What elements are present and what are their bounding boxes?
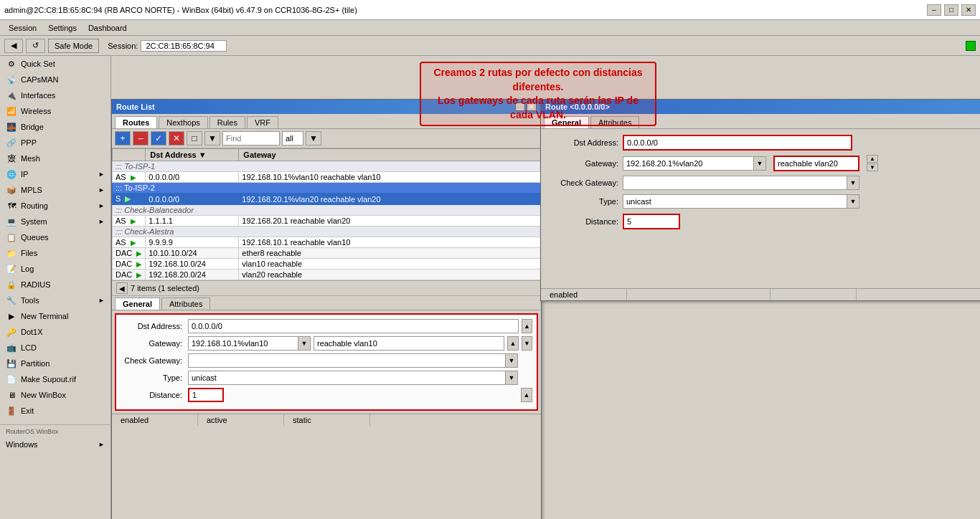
detail-chkgw-dropdown[interactable]: ▼: [623, 176, 859, 190]
filter-button[interactable]: ▼: [204, 131, 220, 146]
type-dropdown[interactable]: unicast ▼: [188, 371, 518, 385]
safe-mode-button[interactable]: Safe Mode: [48, 39, 99, 53]
windows-arrow: ►: [98, 441, 105, 448]
system-icon: 💻: [6, 216, 17, 227]
route-flag: AS ▶: [113, 216, 146, 227]
gw-detail-down-btn[interactable]: ▼: [867, 163, 878, 171]
check-gateway-btn[interactable]: ▼: [505, 353, 518, 368]
find-all-input[interactable]: [282, 131, 303, 146]
copy-route-button[interactable]: □: [187, 131, 202, 146]
nav-left-btn[interactable]: ◀: [116, 282, 128, 294]
type-dropdown-btn[interactable]: ▼: [505, 371, 518, 385]
detail-dst-input[interactable]: [623, 135, 852, 151]
sidebar-item-lcd[interactable]: 📺 LCD: [0, 340, 110, 356]
window-controls[interactable]: – □ ✕: [927, 4, 976, 16]
gateway-status-input[interactable]: [314, 336, 504, 351]
detail-type-btn[interactable]: ▼: [847, 194, 859, 209]
sidebar-item-windows[interactable]: Windows ►: [0, 438, 110, 451]
sidebar-item-ip[interactable]: 🌐 IP ►: [0, 166, 110, 182]
table-row[interactable]: DAC ▶ 192.168.20.0/24 vlan20 reachable: [113, 270, 541, 280]
enable-route-button[interactable]: ✓: [151, 131, 166, 146]
check-gateway-dropdown[interactable]: ▼: [188, 353, 518, 368]
tab-general-bottom[interactable]: General: [115, 297, 160, 310]
files-icon: 📁: [6, 247, 17, 259]
detail-dist-input[interactable]: [623, 214, 680, 229]
gateway-dropdown[interactable]: 192.168.10.1%vlan10 ▼: [188, 336, 311, 351]
minimize-button[interactable]: –: [927, 4, 941, 16]
tab-nexthops[interactable]: Nexthops: [159, 116, 207, 128]
route-dst: 1.1.1.1: [146, 216, 239, 227]
remove-route-button[interactable]: –: [133, 131, 149, 146]
sidebar-item-new-terminal[interactable]: ▶ New Terminal: [0, 308, 110, 324]
gw-detail-up-btn[interactable]: ▲: [867, 155, 878, 163]
table-row[interactable]: DAC ▶ 10.10.10.0/24 ether8 reachable: [113, 248, 541, 259]
windows-label: Windows: [6, 440, 38, 449]
menu-session[interactable]: Session: [3, 22, 42, 34]
detail-gw-btn[interactable]: ▼: [753, 156, 766, 171]
gw-scroll-up[interactable]: ▲: [507, 336, 518, 351]
col-gateway[interactable]: Gateway: [239, 149, 541, 161]
route-count: 7 items (1 selected): [131, 284, 199, 292]
menu-dashboard[interactable]: Dashboard: [83, 22, 133, 34]
maximize-button[interactable]: □: [944, 4, 958, 16]
sidebar-item-queues[interactable]: 📋 Queues: [0, 229, 110, 245]
tab-routes[interactable]: Routes: [115, 116, 157, 128]
check-gateway-row: Check Gateway: ▼: [121, 353, 532, 368]
add-route-button[interactable]: +: [115, 131, 131, 146]
detail-gw-dropdown[interactable]: 192.168.20.1%vlan20 ▼: [623, 156, 766, 171]
back-button[interactable]: ◀: [4, 39, 23, 53]
sidebar-item-capsman[interactable]: 📡 CAPsMAN: [0, 72, 110, 87]
refresh-button[interactable]: ↺: [26, 39, 45, 53]
sidebar-item-partition[interactable]: 💾 Partition: [0, 356, 110, 371]
sidebar-label-routing: Routing: [21, 201, 48, 210]
sidebar-item-files[interactable]: 📁 Files: [0, 245, 110, 261]
sidebar-item-make-supout[interactable]: 📄 Make Supout.rif: [0, 371, 110, 387]
find-input[interactable]: [222, 131, 280, 146]
menu-settings[interactable]: Settings: [42, 22, 83, 34]
gateway-dropdown-btn[interactable]: ▼: [298, 336, 311, 351]
dst-scroll-up[interactable]: ▲: [522, 319, 532, 333]
content-area: Creamos 2 rutas por defecto con distanci…: [111, 56, 980, 519]
detail-chkgw-btn[interactable]: ▼: [847, 176, 859, 190]
table-row[interactable]: DAC ▶ 192.168.10.0/24 vlan10 reachable: [113, 259, 541, 270]
table-row[interactable]: ::: To-ISP-2: [113, 183, 541, 194]
sidebar-item-ppp[interactable]: 🔗 PPP: [0, 135, 110, 151]
col-flag[interactable]: [113, 149, 146, 161]
sidebar-item-exit[interactable]: 🚪 Exit: [0, 403, 110, 419]
sidebar-label-quick-set: Quick Set: [21, 59, 55, 68]
sidebar-item-radius[interactable]: 🔒 RADIUS: [0, 277, 110, 292]
sidebar-item-wireless[interactable]: 📶 Wireless: [0, 103, 110, 119]
tab-rules[interactable]: Rules: [209, 116, 245, 128]
table-row[interactable]: AS ▶ 1.1.1.1 192.168.20.1 reachable vlan…: [113, 216, 541, 227]
tab-attributes-bottom[interactable]: Attributes: [161, 297, 210, 310]
distance-input[interactable]: [188, 388, 224, 402]
sidebar-item-dot1x[interactable]: 🔑 Dot1X: [0, 324, 110, 340]
close-button[interactable]: ✕: [961, 4, 976, 16]
dist-scroll-up[interactable]: ▲: [521, 388, 532, 402]
gw-scroll-down[interactable]: ▼: [522, 336, 532, 351]
sidebar-item-mpls[interactable]: 📦 MPLS ►: [0, 182, 110, 198]
sidebar-item-tools[interactable]: 🔧 Tools ►: [0, 292, 110, 308]
table-row[interactable]: S ▶ 0.0.0.0/0 192.168.20.1%vlan20 reacha…: [113, 194, 541, 205]
dst-address-input[interactable]: [188, 319, 519, 333]
disable-route-button[interactable]: ✕: [169, 131, 184, 146]
tab-vrf[interactable]: VRF: [247, 116, 278, 128]
route-gateway: 192.168.20.1%vlan20 reachable vlan20: [239, 194, 541, 205]
route-list-toolbar: + – ✓ ✕ □ ▼ ▼: [112, 129, 541, 148]
table-row[interactable]: AS ▶ 9.9.9.9 192.168.10.1 reachable vlan…: [113, 237, 541, 248]
detail-gw-status-input[interactable]: [773, 156, 859, 171]
sidebar-item-new-winbox[interactable]: 🖥 New WinBox: [0, 387, 110, 403]
sidebar-item-log[interactable]: 📝 Log: [0, 261, 110, 277]
sidebar-item-interfaces[interactable]: 🔌 Interfaces: [0, 87, 110, 103]
detail-type-dropdown[interactable]: unicast ▼: [623, 194, 859, 209]
sidebar-item-mesh[interactable]: 🕸 Mesh: [0, 151, 110, 166]
sidebar-item-quick-set[interactable]: ⚙ Quick Set: [0, 56, 110, 72]
find-dropdown-btn[interactable]: ▼: [306, 131, 321, 146]
col-dst[interactable]: Dst Address ▼: [146, 149, 239, 161]
sidebar-item-system[interactable]: 💻 System ►: [0, 214, 110, 229]
sidebar-item-bridge[interactable]: 🌉 Bridge: [0, 119, 110, 135]
detail-chkgw-label: Check Gateway:: [547, 178, 618, 187]
bottom-tab-bar: General Attributes: [112, 295, 541, 310]
table-row[interactable]: AS ▶ 0.0.0.0/0 192.168.10.1%vlan10 reach…: [113, 172, 541, 183]
sidebar-item-routing[interactable]: 🗺 Routing ►: [0, 198, 110, 214]
